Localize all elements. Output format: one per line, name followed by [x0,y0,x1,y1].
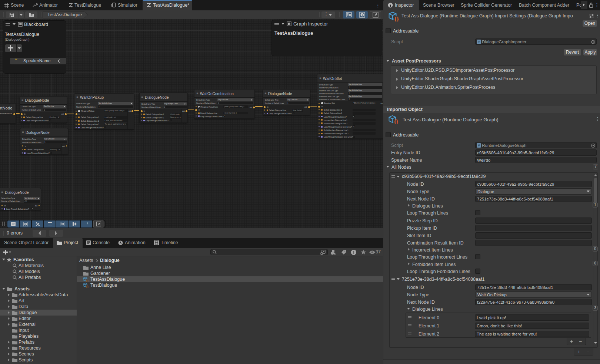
svg-text:#: # [478,40,480,44]
svg-text:#: # [478,144,480,147]
